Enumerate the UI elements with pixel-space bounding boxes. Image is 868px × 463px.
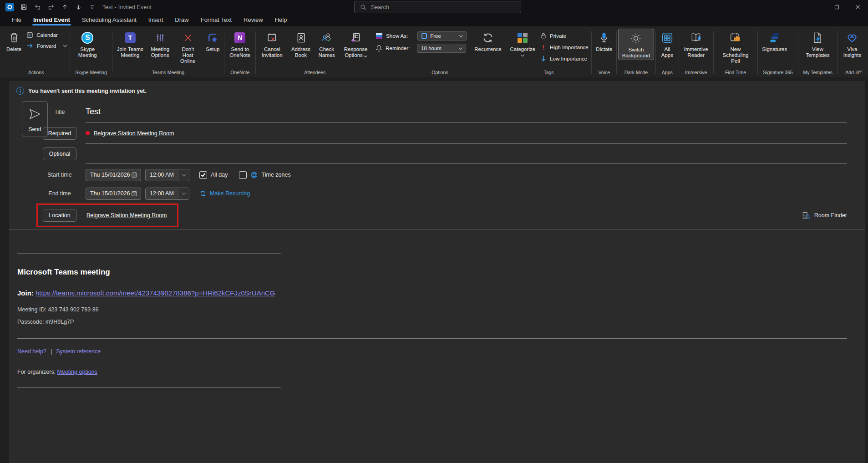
categorize-button[interactable]: Categorize [507, 29, 538, 57]
setup-button[interactable]: Setup [203, 29, 223, 53]
tab-insert[interactable]: Insert [143, 15, 169, 26]
minimize-button[interactable] [805, 0, 826, 14]
customize-toolbar-icon[interactable] [86, 2, 98, 13]
teams-join-link[interactable]: https://teams.microsoft.com/meet/4237439… [36, 289, 275, 297]
outlook-logo-icon[interactable] [5, 3, 14, 11]
tab-help[interactable]: Help [269, 15, 293, 26]
required-button[interactable]: Required [43, 127, 76, 140]
response-options-dropdown-icon[interactable] [364, 54, 367, 57]
location-button[interactable]: Location [43, 209, 76, 222]
tab-invited-event[interactable]: Invited Event [28, 15, 76, 26]
location-link[interactable]: Belgrave Station Meeting Room [86, 212, 167, 219]
delete-button[interactable]: Delete [4, 29, 24, 53]
private-button[interactable]: Private [538, 31, 590, 40]
optional-input[interactable] [86, 144, 847, 164]
all-day-checkbox[interactable] [199, 171, 207, 179]
time-zones-checkbox[interactable] [239, 171, 247, 179]
required-attendee-link[interactable]: Belgrave Station Meeting Room [94, 130, 174, 137]
high-importance-button[interactable]: ! High Importance [538, 42, 590, 52]
categorize-dropdown-icon[interactable] [521, 53, 524, 56]
message-body[interactable]: ________________________________________… [17, 247, 847, 387]
viva-insights-button[interactable]: Viva Insights [839, 29, 865, 59]
required-input[interactable]: Belgrave Station Meeting Room [86, 123, 847, 144]
room-finder-button[interactable]: Room Finder [802, 211, 847, 220]
room-finder-label: Room Finder [814, 212, 847, 219]
start-time-input[interactable]: 12:00 AM [145, 169, 189, 181]
reminder-select[interactable]: 18 hours [417, 44, 466, 53]
meeting-options-link[interactable]: Meeting options [57, 369, 97, 375]
group-label-attendees: Attendees [257, 69, 372, 77]
recurrence-button[interactable]: Recurrence [472, 29, 504, 53]
title-input[interactable]: Test [86, 101, 847, 123]
ribbon-group-teams: T Join Teams Meeting Meeting Options Don… [114, 28, 223, 77]
show-as-label: Show As: [386, 33, 414, 39]
ribbon-group-apps: All Apps Apps [657, 28, 677, 77]
tab-file[interactable]: File [6, 15, 27, 26]
signatures-button[interactable]: Signatures [759, 29, 790, 53]
title-row: Title Test [39, 101, 847, 123]
join-teams-meeting-button[interactable]: T Join Teams Meeting [114, 29, 147, 59]
apps-grid-icon [661, 31, 673, 45]
calendar-button[interactable]: Calendar [25, 31, 68, 39]
collapse-ribbon-icon[interactable] [859, 66, 862, 74]
view-templates-button[interactable]: View Templates [799, 29, 836, 59]
datepicker-icon[interactable] [131, 172, 137, 178]
title-label: Title [54, 109, 65, 115]
send-icon [29, 108, 41, 120]
need-help-link[interactable]: Need help? [17, 348, 46, 355]
forward-dropdown-icon[interactable] [63, 43, 67, 47]
end-time-input[interactable]: 12:00 AM [145, 188, 189, 200]
all-apps-button[interactable]: All Apps [657, 29, 677, 59]
teams-icon: T [125, 32, 136, 43]
dictate-button[interactable]: Dictate [593, 29, 615, 53]
tab-draw[interactable]: Draw [169, 15, 194, 26]
system-reference-link[interactable]: System reference [56, 348, 101, 355]
undo-icon[interactable] [31, 2, 43, 13]
help-row: Need help? | System reference [17, 348, 847, 355]
optional-button[interactable]: Optional [43, 148, 76, 160]
send-button[interactable]: Send [22, 101, 48, 137]
end-time-dropdown-icon[interactable] [178, 188, 189, 199]
show-as-select[interactable]: Free [417, 31, 467, 41]
dont-host-online-button[interactable]: Don't Host Online [173, 29, 202, 65]
redo-icon[interactable] [45, 2, 57, 13]
maximize-button[interactable] [826, 0, 847, 14]
move-up-icon[interactable] [59, 2, 71, 13]
viva-insights-icon [846, 31, 858, 45]
move-down-icon[interactable] [72, 2, 84, 13]
tab-review[interactable]: Review [238, 15, 269, 26]
datepicker-icon[interactable] [131, 190, 137, 197]
make-recurring-link[interactable]: Make Recurring [199, 190, 250, 197]
ribbon-tabs: File Invited Event Scheduling Assistant … [0, 14, 868, 26]
save-icon[interactable] [18, 2, 30, 13]
low-importance-button[interactable]: Low Importance [538, 54, 590, 63]
tab-scheduling-assistant[interactable]: Scheduling Assistant [76, 15, 142, 26]
meeting-form: i You haven't sent this meeting invitati… [9, 81, 865, 463]
search-input[interactable]: Search [354, 1, 521, 13]
end-date-input[interactable]: Thu 15/01/2026 [86, 188, 141, 200]
response-options-button[interactable]: Response Options [339, 29, 372, 59]
new-scheduling-poll-button[interactable]: New Scheduling Poll [715, 29, 756, 65]
forward-arrow-icon [26, 43, 34, 49]
skype-meeting-button[interactable]: S Skype Meeting [71, 29, 103, 59]
location-divider [9, 229, 865, 230]
immersive-reader-button[interactable]: Immersive Reader [680, 29, 712, 59]
start-time-dropdown-icon[interactable] [178, 169, 189, 181]
ribbon-group-voice: Dictate Voice [593, 28, 615, 77]
show-as-dropdown-icon [459, 33, 463, 37]
forward-button[interactable]: Forward [25, 42, 68, 50]
ribbon-group-immersive: Immersive Reader Immersive [680, 28, 712, 77]
check-names-button[interactable]: Check Names [315, 29, 338, 59]
globe-icon [250, 171, 258, 179]
body-divider-top: ________________________________________… [17, 247, 847, 254]
group-label-actions: Actions [4, 69, 68, 77]
address-book-icon [296, 31, 306, 45]
send-to-onenote-button[interactable]: N Send to OneNote [226, 29, 254, 59]
start-date-input[interactable]: Thu 15/01/2026 [86, 169, 141, 181]
close-button[interactable] [847, 0, 868, 14]
address-book-button[interactable]: Address Book [288, 29, 315, 59]
meeting-options-button[interactable]: Meeting Options [147, 29, 173, 59]
tab-format-text[interactable]: Format Text [195, 15, 237, 26]
cancel-invitation-button[interactable]: Cancel Invitation [257, 29, 287, 59]
switch-background-button[interactable]: Switch Background [618, 29, 654, 60]
